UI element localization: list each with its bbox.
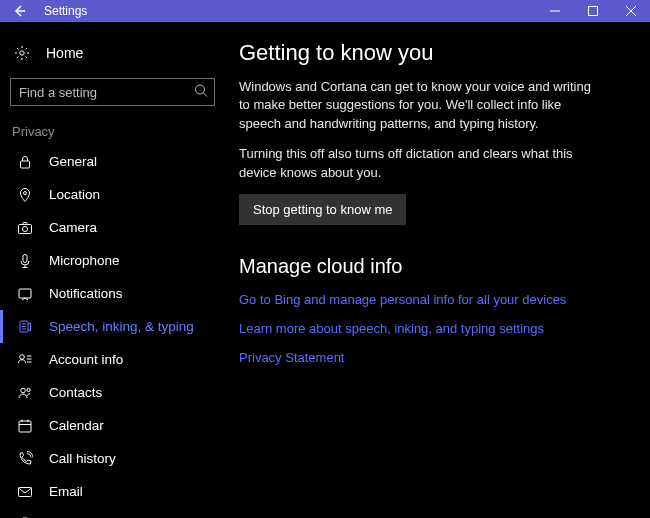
search-field[interactable] xyxy=(10,78,215,106)
titlebar: Settings xyxy=(0,0,650,22)
camera-icon xyxy=(17,220,33,236)
nav-item-label: Location xyxy=(49,187,100,202)
svg-point-4 xyxy=(20,51,24,55)
nav-item-label: Microphone xyxy=(49,253,120,268)
nav-item-label: Call history xyxy=(49,451,116,466)
nav-item-label: Contacts xyxy=(49,385,102,400)
microphone-icon xyxy=(17,253,33,269)
nav-item-camera[interactable]: Camera xyxy=(0,211,225,244)
nav-item-speech-inking-typing[interactable]: Speech, inking, & typing xyxy=(0,310,225,343)
para-1: Windows and Cortana can get to know your… xyxy=(239,78,599,133)
para-2: Turning this off also turns off dictatio… xyxy=(239,145,599,182)
nav-item-call-history[interactable]: Call history xyxy=(0,442,225,475)
link-1[interactable]: Learn more about speech, inking, and typ… xyxy=(239,321,626,336)
nav-item-calendar[interactable]: Calendar xyxy=(0,409,225,442)
maximize-button[interactable] xyxy=(574,0,612,22)
nav-item-notifications[interactable]: Notifications xyxy=(0,277,225,310)
link-0[interactable]: Go to Bing and manage personal info for … xyxy=(239,292,626,307)
svg-point-5 xyxy=(196,85,205,94)
nav-item-general[interactable]: General xyxy=(0,145,225,178)
home-label: Home xyxy=(46,45,83,61)
svg-rect-11 xyxy=(23,254,27,262)
links-list: Go to Bing and manage personal info for … xyxy=(239,292,626,365)
svg-rect-23 xyxy=(19,421,31,432)
arrow-left-icon xyxy=(11,3,27,19)
nav-item-label: General xyxy=(49,154,97,169)
nav-item-tasks[interactable]: Tasks xyxy=(0,508,225,518)
svg-point-17 xyxy=(20,354,25,359)
nav-item-account-info[interactable]: Account info xyxy=(0,343,225,376)
gear-icon xyxy=(14,45,30,61)
svg-rect-7 xyxy=(21,161,30,168)
calendar-icon xyxy=(17,418,33,434)
speech-icon xyxy=(17,319,33,335)
nav-item-email[interactable]: Email xyxy=(0,475,225,508)
window-title: Settings xyxy=(44,4,536,18)
maximize-icon xyxy=(588,6,598,16)
back-button[interactable] xyxy=(0,0,38,22)
nav-list: GeneralLocationCameraMicrophoneNotificat… xyxy=(0,145,225,518)
nav-item-label: Account info xyxy=(49,352,123,367)
heading-mci: Manage cloud info xyxy=(239,255,626,278)
svg-rect-27 xyxy=(19,487,32,496)
nav-item-location[interactable]: Location xyxy=(0,178,225,211)
content-panel: Getting to know you Windows and Cortana … xyxy=(225,22,650,518)
nav-item-label: Speech, inking, & typing xyxy=(49,319,194,334)
email-icon xyxy=(17,484,33,500)
lock-icon xyxy=(17,154,33,170)
account-icon xyxy=(17,352,33,368)
notification-icon xyxy=(17,286,33,302)
svg-point-22 xyxy=(27,388,30,391)
minimize-button[interactable] xyxy=(536,0,574,22)
contacts-icon xyxy=(17,385,33,401)
svg-rect-1 xyxy=(589,7,598,16)
close-icon xyxy=(626,6,636,16)
nav-item-microphone[interactable]: Microphone xyxy=(0,244,225,277)
nav-item-label: Notifications xyxy=(49,286,123,301)
home-button[interactable]: Home xyxy=(0,34,225,72)
svg-rect-12 xyxy=(19,289,31,298)
stop-getting-to-know-me-button[interactable]: Stop getting to know me xyxy=(239,194,406,225)
minimize-icon xyxy=(550,6,560,16)
svg-point-8 xyxy=(24,191,27,194)
search-icon xyxy=(194,84,208,101)
svg-point-21 xyxy=(21,388,26,393)
callhistory-icon xyxy=(17,451,33,467)
nav-item-label: Calendar xyxy=(49,418,104,433)
close-button[interactable] xyxy=(612,0,650,22)
sidebar: Home Privacy GeneralLocationCameraMicrop… xyxy=(0,22,225,518)
svg-rect-9 xyxy=(19,224,32,233)
nav-item-contacts[interactable]: Contacts xyxy=(0,376,225,409)
window-controls xyxy=(536,0,650,22)
nav-item-label: Camera xyxy=(49,220,97,235)
svg-point-10 xyxy=(23,226,28,231)
link-2[interactable]: Privacy Statement xyxy=(239,350,626,365)
svg-line-6 xyxy=(204,93,208,97)
section-label: Privacy xyxy=(0,116,225,145)
location-icon xyxy=(17,187,33,203)
heading-gtky: Getting to know you xyxy=(239,40,626,66)
nav-item-label: Email xyxy=(49,484,83,499)
search-input[interactable] xyxy=(11,79,214,105)
